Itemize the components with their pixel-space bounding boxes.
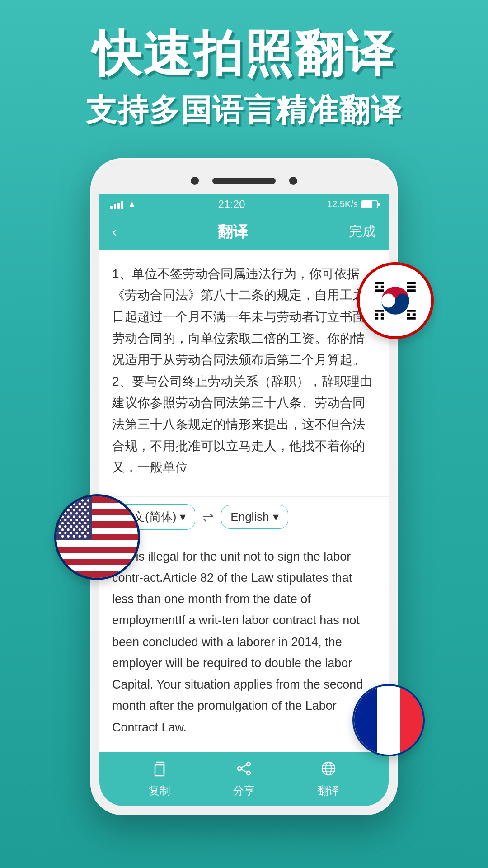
svg-point-34	[70, 506, 72, 508]
status-bar: ▲ 21:20 12.5K/s	[99, 194, 389, 214]
svg-point-86	[84, 535, 86, 537]
hero-title-2: 支持多国语言精准翻译	[0, 90, 488, 131]
svg-point-39	[67, 509, 69, 511]
status-time: 21:20	[218, 198, 245, 211]
svg-point-55	[64, 519, 66, 521]
speed-label: 12.5K/s	[327, 199, 358, 209]
signal-bar-3	[117, 203, 120, 209]
nav-title: 翻译	[217, 222, 248, 242]
share-icon	[236, 760, 252, 781]
hero-title-1: 快速拍照翻译	[0, 27, 488, 81]
svg-point-35	[75, 506, 78, 508]
svg-point-51	[73, 515, 75, 518]
copy-toolbar-item[interactable]: 复制	[149, 760, 170, 798]
share-label: 分享	[233, 783, 255, 798]
svg-point-75	[84, 528, 86, 531]
chevron-down-icon-2: ▾	[273, 510, 279, 524]
usa-flag	[54, 494, 140, 580]
svg-point-53	[84, 515, 86, 518]
svg-point-90	[238, 767, 241, 770]
wifi-icon: ▲	[128, 199, 136, 209]
status-left: ▲	[110, 199, 136, 209]
svg-point-61	[67, 522, 69, 524]
bottom-toolbar: 复制 分享	[99, 752, 389, 806]
hero-section: 快速拍照翻译 支持多国语言精准翻译	[0, 0, 488, 145]
svg-point-70	[87, 525, 89, 528]
battery-fill	[362, 201, 372, 208]
france-flag	[352, 684, 425, 756]
svg-point-78	[70, 532, 72, 534]
phone-notch	[99, 167, 389, 194]
done-button[interactable]: 完成	[349, 222, 376, 241]
svg-point-31	[84, 502, 86, 505]
svg-point-65	[58, 525, 61, 528]
svg-point-36	[81, 506, 84, 508]
svg-point-85	[79, 535, 81, 537]
copy-label: 复制	[149, 783, 170, 798]
english-text: 1. It is illegal for the unit not to sig…	[99, 537, 389, 752]
svg-point-58	[81, 519, 84, 521]
svg-point-54	[58, 519, 61, 521]
svg-point-84	[73, 535, 75, 537]
svg-point-50	[67, 515, 69, 518]
svg-point-29	[73, 502, 75, 505]
svg-line-92	[241, 765, 247, 768]
svg-point-46	[75, 512, 78, 514]
translate-toolbar-item[interactable]: 翻译	[318, 760, 339, 798]
signal-bar-1	[110, 206, 113, 209]
svg-point-24	[75, 499, 78, 501]
svg-point-45	[70, 512, 72, 514]
svg-point-28	[67, 502, 69, 505]
svg-point-74	[79, 528, 81, 531]
svg-point-19	[392, 304, 399, 311]
svg-line-93	[241, 769, 247, 772]
svg-point-81	[87, 532, 89, 534]
svg-point-42	[84, 509, 86, 511]
svg-point-56	[70, 519, 72, 521]
svg-point-66	[64, 525, 66, 528]
svg-point-72	[67, 528, 69, 531]
svg-point-41	[79, 509, 81, 511]
copy-icon	[151, 760, 168, 781]
svg-point-21	[58, 499, 61, 501]
signal-icon	[110, 200, 123, 209]
svg-point-47	[81, 512, 84, 514]
lang-to-label: English	[230, 510, 269, 524]
svg-point-73	[73, 528, 75, 531]
lang-selector: 中文(简体) ▾ ⇌ English ▾	[99, 496, 389, 537]
lang-to-button[interactable]: English ▾	[221, 505, 288, 529]
camera-dot	[191, 177, 199, 185]
back-button[interactable]: ‹	[112, 223, 117, 240]
svg-point-62	[73, 522, 75, 524]
svg-point-30	[79, 502, 81, 505]
svg-point-79	[75, 532, 78, 534]
svg-point-44	[64, 512, 66, 514]
chevron-down-icon: ▾	[180, 510, 186, 524]
svg-point-59	[87, 519, 89, 521]
status-right: 12.5K/s	[327, 199, 378, 209]
svg-point-71	[61, 528, 64, 531]
svg-point-23	[70, 499, 72, 501]
speaker-bar	[212, 178, 276, 184]
svg-point-26	[87, 499, 89, 501]
korea-flag	[357, 262, 434, 339]
svg-point-22	[64, 499, 66, 501]
svg-point-60	[61, 522, 64, 524]
camera-dot-2	[289, 177, 297, 185]
phone-outer: ▲ 21:20 12.5K/s ‹ 翻译 完成 1、单位不签劳动合同属违法行为，…	[90, 158, 398, 815]
svg-point-64	[84, 522, 86, 524]
svg-point-77	[64, 532, 66, 534]
svg-rect-87	[155, 765, 164, 776]
phone-mockup: ▲ 21:20 12.5K/s ‹ 翻译 完成 1、单位不签劳动合同属违法行为，…	[90, 158, 398, 815]
svg-point-52	[79, 515, 81, 518]
nav-bar: ‹ 翻译 完成	[99, 214, 389, 250]
share-toolbar-item[interactable]: 分享	[233, 760, 255, 798]
svg-point-69	[81, 525, 84, 528]
svg-point-49	[61, 515, 64, 518]
svg-point-33	[64, 506, 66, 508]
translate-label: 翻译	[318, 783, 339, 798]
swap-icon[interactable]: ⇌	[202, 509, 214, 525]
svg-point-63	[79, 522, 81, 524]
translate-icon	[320, 760, 337, 781]
svg-point-38	[61, 509, 64, 511]
